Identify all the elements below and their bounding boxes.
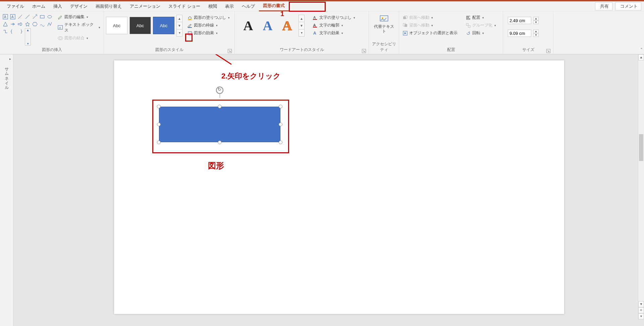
wa-gallery-more-icon[interactable]: ▾ — [299, 29, 305, 37]
annotation-step2: 2.矢印をクリック — [221, 71, 281, 81]
shape-rectangle[interactable] — [159, 107, 280, 142]
style-gallery-scroll[interactable]: ▲ ▼ ▾ — [176, 15, 182, 36]
shape-outline-button[interactable]: 図形の枠線▾ — [186, 22, 231, 29]
tab-transition[interactable]: 画面切り替え — [92, 1, 126, 11]
tab-animation[interactable]: アニメーション — [126, 1, 164, 11]
tab-shape-format[interactable]: 図形の書式 — [259, 1, 289, 11]
shape-hex-icon[interactable] — [32, 21, 38, 28]
shape-line2-icon[interactable] — [24, 13, 31, 20]
tab-view[interactable]: 表示 — [221, 1, 238, 11]
wordart-thumb-1[interactable]: A — [240, 16, 256, 35]
width-input[interactable] — [508, 30, 531, 37]
thumbnail-panel[interactable]: ▸ サムネイル — [0, 54, 13, 326]
shape-triangle-icon[interactable] — [2, 21, 9, 28]
shape-effects-button[interactable]: 図形の効果▾ — [186, 30, 231, 37]
text-box-button[interactable]: A テキスト ボックス▾ — [56, 21, 102, 34]
edit-shape-icon — [58, 14, 63, 20]
gallery-more-icon[interactable]: ▲▾ — [25, 28, 31, 46]
edit-shape-button[interactable]: 図形の編集▾ — [56, 13, 102, 20]
scroll-thumb[interactable] — [639, 134, 643, 161]
bring-forward-icon — [402, 15, 408, 20]
shape-free-icon[interactable] — [46, 21, 53, 28]
canvas-area[interactable]: 2.矢印をクリック 図形 ▲ ▼ ≡ ▾ — [13, 54, 644, 326]
tab-strip: ファイル ホーム 挿入 デザイン 画面切り替え アニメーション スライド ショー… — [0, 1, 644, 11]
wa-scroll-down-icon[interactable]: ▼ — [299, 22, 305, 29]
tab-review[interactable]: 校閲 — [204, 1, 221, 11]
next-slide-icon[interactable]: ▾ — [638, 313, 644, 319]
group-label-styles: 図形のスタイル ↘ — [106, 46, 232, 54]
wordart-thumb-2[interactable]: A — [260, 16, 276, 35]
wordart-thumb-3[interactable]: A — [279, 16, 295, 35]
handle-tl[interactable] — [157, 105, 161, 108]
shape-curve-icon[interactable] — [39, 21, 46, 28]
share-button[interactable]: 共有 — [595, 2, 612, 10]
scroll-track[interactable] — [638, 60, 644, 301]
wa-scroll-up-icon[interactable]: ▲ — [299, 15, 305, 22]
shape-rect-icon[interactable] — [39, 13, 46, 20]
style-gallery-more-icon[interactable]: ▾ — [176, 29, 182, 37]
handle-ml[interactable] — [157, 123, 161, 126]
handle-tm[interactable] — [218, 105, 222, 108]
text-outline-icon: A — [313, 23, 318, 28]
handle-bm[interactable] — [218, 141, 222, 144]
ribbon-collapse-icon[interactable]: ˄ — [640, 47, 643, 53]
tab-home[interactable]: ホーム — [28, 1, 49, 11]
style-thumb-2[interactable]: Abc — [129, 17, 151, 34]
style-thumb-3[interactable]: Abc — [153, 17, 174, 34]
text-box-label: テキスト ボックス — [64, 22, 97, 33]
handle-br[interactable] — [279, 141, 282, 144]
wordart-launcher-icon[interactable]: ↘ — [362, 49, 366, 53]
send-backward-button: 背面へ移動▾ — [401, 22, 459, 29]
align-button[interactable]: 配置▾ — [464, 14, 497, 21]
tab-design[interactable]: デザイン — [66, 1, 92, 11]
wordart-gallery-scroll[interactable]: ▲ ▼ ▾ — [299, 15, 305, 36]
shape-brace2-icon[interactable] — [17, 28, 23, 35]
style-scroll-up-icon[interactable]: ▲ — [176, 15, 182, 22]
tab-slideshow[interactable]: スライド ショー — [164, 1, 204, 11]
effects-icon — [187, 31, 193, 36]
shape-brace-icon[interactable] — [9, 28, 16, 35]
shape-star-icon[interactable] — [24, 21, 31, 28]
text-outline-button[interactable]: A 文字の輪郭▾ — [311, 22, 357, 29]
comment-button[interactable]: コメント — [615, 2, 641, 10]
rotate-button[interactable]: 回転▾ — [464, 30, 497, 37]
edit-shape-label: 図形の編集 — [64, 14, 85, 20]
shape-fill-button[interactable]: 図形の塗りつぶし▾ — [186, 14, 231, 21]
shape-line-icon[interactable] — [17, 13, 23, 20]
selection-pane-button[interactable]: オブジェクトの選択と表示 — [401, 30, 459, 37]
svg-line-6 — [33, 15, 36, 19]
shape-arrow-icon[interactable] — [32, 13, 38, 20]
handle-tr[interactable] — [279, 105, 282, 108]
group-shape-styles: Abc Abc Abc ▲ ▼ ▾ 図形の塗りつぶし▾ 図形の枠線▾ — [104, 11, 235, 54]
shape-connector-icon[interactable] — [2, 28, 9, 35]
rotate-handle[interactable] — [216, 87, 223, 94]
handle-bl[interactable] — [157, 141, 161, 144]
selected-shape[interactable] — [152, 98, 287, 151]
shape-oval-icon[interactable] — [46, 13, 53, 20]
shapes-gallery[interactable]: A A ▲▾ — [2, 13, 54, 46]
prev-slide-icon[interactable]: ≡ — [638, 307, 644, 313]
panel-expand-icon[interactable]: ▸ — [9, 57, 11, 61]
height-spinner[interactable]: ▲▼ — [533, 17, 539, 24]
shape-textbox2-icon[interactable]: A — [9, 13, 16, 20]
vertical-scrollbar[interactable]: ▲ ▼ ≡ ▾ — [638, 54, 644, 319]
shape-textbox-icon[interactable]: A — [2, 13, 9, 20]
size-launcher-icon[interactable]: ↘ — [546, 49, 550, 53]
handle-mr[interactable] — [279, 123, 282, 126]
styles-launcher-icon[interactable]: ↘ — [228, 49, 232, 53]
scroll-up-icon[interactable]: ▲ — [638, 54, 644, 60]
style-scroll-down-icon[interactable]: ▼ — [176, 22, 182, 29]
alt-text-button[interactable]: 代替テキスト — [371, 13, 397, 35]
tab-file[interactable]: ファイル — [3, 1, 28, 11]
tab-insert[interactable]: 挿入 — [49, 1, 66, 11]
shape-arrow2-icon[interactable] — [9, 21, 16, 28]
shape-arrow3-icon[interactable] — [17, 21, 23, 28]
text-fill-button[interactable]: A 文字の塗りつぶし▾ — [311, 14, 357, 21]
height-input[interactable] — [508, 17, 531, 24]
text-effects-button[interactable]: A 文字の効果▾ — [311, 30, 357, 37]
tab-help[interactable]: ヘルプ — [238, 1, 259, 11]
svg-line-4 — [18, 15, 22, 19]
scroll-down-icon[interactable]: ▼ — [638, 301, 644, 307]
style-thumb-1[interactable]: Abc — [106, 17, 127, 34]
width-spinner[interactable]: ▲▼ — [533, 30, 539, 37]
